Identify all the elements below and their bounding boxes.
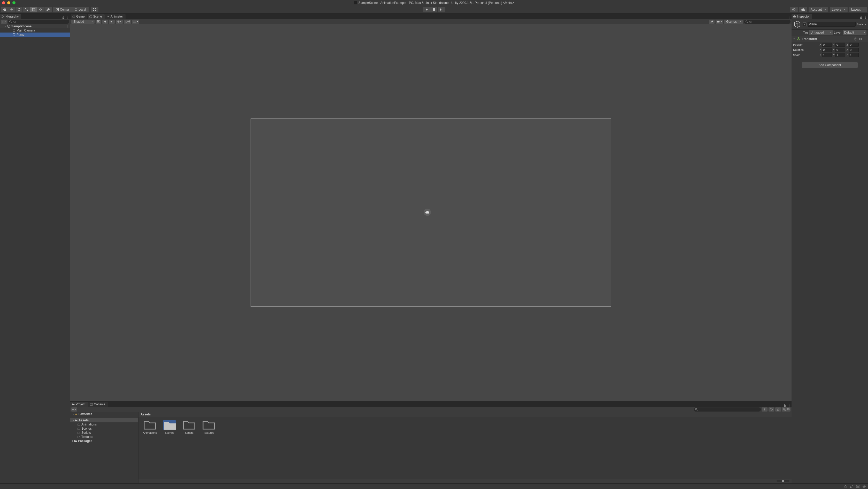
window-maximize[interactable] — [12, 1, 16, 4]
asset-animations[interactable]: Animations — [142, 420, 158, 476]
console-tab[interactable]: Console — [88, 402, 108, 407]
scene-camera[interactable]: ▼ — [716, 20, 723, 24]
snap-settings[interactable] — [91, 7, 98, 12]
position-z-input[interactable] — [849, 42, 859, 47]
save-search[interactable] — [775, 408, 781, 412]
scale-z-input[interactable] — [849, 53, 859, 57]
2d-toggle[interactable]: 2D — [96, 20, 101, 24]
fx-toggle[interactable]: ▼ — [116, 20, 123, 24]
search-by-type[interactable] — [762, 408, 768, 412]
layer-dropdown[interactable]: Default — [843, 30, 866, 35]
scene-tab[interactable]: Scene — [88, 14, 104, 19]
global-illumination-icon[interactable] — [862, 485, 866, 488]
hidden-objects[interactable]: 0 — [124, 20, 131, 24]
cloud-button[interactable] — [799, 7, 807, 12]
panel-menu-icon[interactable] — [788, 404, 790, 407]
lighting-toggle[interactable] — [102, 20, 108, 24]
bug-icon[interactable] — [844, 485, 847, 488]
search-by-label[interactable] — [769, 408, 774, 412]
packages-folder[interactable]: Packages — [70, 439, 138, 443]
assets-folder[interactable]: Assets — [70, 418, 138, 422]
project-search[interactable] — [693, 408, 761, 412]
plane-gizmo[interactable] — [251, 119, 611, 307]
project-search-input[interactable] — [699, 408, 759, 411]
project-tab[interactable]: Project — [70, 402, 88, 407]
rotation-y-input[interactable] — [835, 48, 845, 52]
panel-menu-icon[interactable] — [864, 16, 867, 19]
layers-dropdown[interactable]: Layers — [830, 7, 847, 12]
help-icon[interactable]: ? — [854, 37, 858, 40]
scene-search[interactable] — [744, 20, 790, 24]
gizmos-dropdown[interactable]: Gizmos — [724, 20, 743, 24]
lock-icon[interactable] — [860, 16, 863, 19]
lock-icon[interactable] — [783, 404, 786, 407]
asset-scripts[interactable]: Scripts — [181, 420, 197, 476]
step-button[interactable] — [438, 7, 445, 12]
cache-server-icon[interactable] — [856, 485, 860, 488]
folder-scripts[interactable]: Scripts — [70, 431, 138, 435]
scene-menu-icon[interactable] — [66, 25, 69, 28]
add-component-button[interactable]: Add Component — [802, 62, 858, 68]
auto-refresh-icon[interactable] — [850, 485, 854, 488]
window-minimize[interactable] — [7, 1, 10, 4]
gameobject-icon[interactable] — [793, 20, 801, 28]
static-dropdown[interactable]: ▼ — [865, 24, 866, 25]
preset-icon[interactable] — [859, 37, 862, 40]
project-add-button[interactable]: + — [71, 408, 77, 412]
transform-header[interactable]: Transform ? — [792, 36, 868, 42]
scale-tool[interactable] — [23, 7, 30, 12]
play-button[interactable] — [423, 7, 430, 12]
asset-zoom-slider[interactable] — [777, 481, 789, 482]
hierarchy-add-button[interactable]: + — [1, 20, 7, 24]
pivot-center[interactable]: Center — [53, 7, 72, 12]
window-close[interactable] — [2, 1, 5, 4]
asset-breadcrumb[interactable]: Assets — [138, 412, 792, 417]
audio-toggle[interactable] — [109, 20, 115, 24]
hierarchy-item-plane[interactable]: Plane — [0, 33, 70, 37]
hand-tool[interactable] — [1, 7, 8, 12]
scale-x-input[interactable] — [822, 53, 832, 57]
folder-animations[interactable]: Animations — [70, 422, 138, 426]
hierarchy-item-main-camera[interactable]: Main Camera — [0, 28, 70, 33]
component-menu-icon[interactable] — [864, 38, 866, 40]
account-dropdown[interactable]: Account — [809, 7, 828, 12]
gameobject-active-checkbox[interactable] — [803, 23, 807, 26]
animator-tab[interactable]: Animator — [105, 14, 126, 19]
layout-dropdown[interactable]: Layout — [849, 7, 867, 12]
position-x-input[interactable] — [822, 42, 832, 47]
rotation-x-input[interactable] — [822, 48, 832, 52]
inspector-tab[interactable]: Inspector — [792, 14, 812, 19]
hierarchy-tab[interactable]: Hierarchy — [0, 14, 21, 19]
scene-search-input[interactable] — [749, 20, 789, 23]
shading-mode-dropdown[interactable]: Shaded — [71, 20, 95, 24]
scene-viewport[interactable] — [70, 24, 792, 401]
pause-button[interactable] — [430, 7, 438, 12]
rotation-z-input[interactable] — [849, 48, 859, 52]
game-tab[interactable]: Game — [71, 14, 87, 19]
rect-tool[interactable] — [30, 7, 37, 12]
gameobject-name-input[interactable]: Plane — [808, 22, 856, 27]
custom-tool[interactable] — [44, 7, 52, 12]
scene-row[interactable]: SampleScene — [0, 24, 70, 28]
panel-menu-icon[interactable] — [788, 16, 790, 19]
lock-icon[interactable] — [62, 16, 65, 19]
transform-tool[interactable] — [37, 7, 44, 12]
hidden-packages[interactable]: 18 — [782, 408, 790, 412]
folder-scenes[interactable]: Scenes — [70, 426, 138, 431]
panel-menu-icon[interactable] — [66, 16, 69, 19]
move-tool[interactable] — [8, 7, 16, 12]
favorites-folder[interactable]: ★ Favorites — [70, 412, 138, 416]
hierarchy-search[interactable] — [8, 20, 69, 24]
collab-button[interactable] — [790, 7, 798, 12]
pivot-local[interactable]: Local — [72, 7, 89, 12]
rotate-tool[interactable] — [16, 7, 23, 12]
asset-textures[interactable]: Textures — [200, 420, 217, 476]
tag-dropdown[interactable]: Untagged — [809, 30, 833, 35]
scene-tools[interactable] — [709, 20, 715, 24]
position-y-input[interactable] — [835, 42, 845, 47]
grid-toggle[interactable]: ▼ — [132, 20, 140, 24]
asset-scenes[interactable]: Scenes — [161, 420, 178, 476]
hierarchy-search-input[interactable] — [13, 20, 68, 23]
scale-y-input[interactable] — [835, 53, 845, 57]
folder-textures[interactable]: Textures — [70, 435, 138, 439]
